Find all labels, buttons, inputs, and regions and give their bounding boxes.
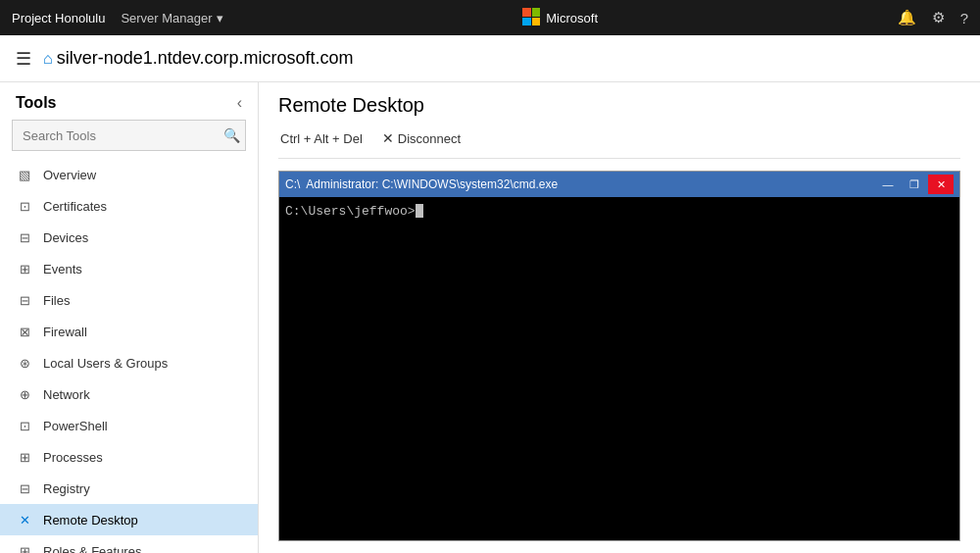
sidebar-item-registry[interactable]: ⊟Registry <box>0 473 258 504</box>
firewall-icon: ⊠ <box>16 323 33 340</box>
sidebar-item-powershell[interactable]: ⊡PowerShell <box>0 410 258 441</box>
sidebar-collapse-button[interactable]: ‹ <box>237 94 242 112</box>
microsoft-label: Microsoft <box>546 11 598 25</box>
sidebar-item-label-overview: Overview <box>43 168 96 182</box>
chevron-down-icon: ▾ <box>217 11 223 25</box>
topbar-right: 🔔 ⚙ ? <box>898 9 968 26</box>
sidebar: Tools ‹ 🔍 ▧Overview⊡Certificates⊟Devices… <box>0 82 259 553</box>
roles-features-icon: ⊞ <box>16 542 33 553</box>
sidebar-item-firewall[interactable]: ⊠Firewall <box>0 316 258 347</box>
sidebar-item-label-devices: Devices <box>43 230 88 245</box>
sidebar-list: ▧Overview⊡Certificates⊟Devices⊞Events⊟Fi… <box>0 159 258 553</box>
disconnect-label: Disconnect <box>398 131 461 146</box>
topbar: Project Honolulu Server Manager ▾ Micros… <box>0 0 980 35</box>
sidebar-item-events[interactable]: ⊞Events <box>0 253 258 284</box>
sidebar-item-roles-features[interactable]: ⊞Roles & Features <box>0 535 258 553</box>
rd-close-button[interactable]: ✕ <box>928 175 954 194</box>
sidebar-item-label-files: Files <box>43 293 70 308</box>
network-icon: ⊕ <box>16 385 33 403</box>
sidebar-item-label-network: Network <box>43 387 90 402</box>
devices-icon: ⊟ <box>16 228 33 246</box>
remote-desktop-area: C:\ Administrator: C:\WINDOWS\system32\c… <box>259 159 980 553</box>
local-users-icon: ⊛ <box>16 354 33 372</box>
content-title: Remote Desktop <box>278 94 960 117</box>
rd-terminal[interactable]: C:\Users\jeffwoo> <box>279 197 959 540</box>
sidebar-item-label-roles-features: Roles & Features <box>43 544 141 554</box>
overview-icon: ▧ <box>16 166 33 183</box>
processes-icon: ⊞ <box>16 448 33 466</box>
files-icon: ⊟ <box>16 291 33 309</box>
hamburger-menu-icon[interactable]: ☰ <box>16 48 31 70</box>
registry-icon: ⊟ <box>16 479 33 497</box>
home-icon[interactable]: ⌂ <box>43 50 53 68</box>
events-icon: ⊞ <box>16 260 33 277</box>
rd-titlebar-text: Administrator: C:\WINDOWS\system32\cmd.e… <box>306 177 558 191</box>
rd-restore-button[interactable]: ❐ <box>902 175 927 194</box>
ctrl-alt-del-button[interactable]: Ctrl + Alt + Del <box>278 127 365 150</box>
sidebar-item-devices[interactable]: ⊟Devices <box>0 222 258 253</box>
content-panel: Remote Desktop Ctrl + Alt + Del ✕ Discon… <box>259 82 980 553</box>
content-toolbar: Ctrl + Alt + Del ✕ Disconnect <box>278 126 960 159</box>
sidebar-item-label-events: Events <box>43 262 82 276</box>
disconnect-icon: ✕ <box>382 130 394 146</box>
terminal-prompt: C:\Users\jeffwoo> <box>285 204 416 219</box>
main-area: Tools ‹ 🔍 ▧Overview⊡Certificates⊟Devices… <box>0 82 980 553</box>
sidebar-item-network[interactable]: ⊕Network <box>0 378 258 410</box>
help-icon[interactable]: ? <box>960 10 968 26</box>
breadcrumb-bar: ☰ ⌂ silver-node1.ntdev.corp.microsoft.co… <box>0 35 980 82</box>
microsoft-logo <box>522 8 542 27</box>
search-input[interactable] <box>12 120 246 151</box>
powershell-icon: ⊡ <box>16 417 33 434</box>
sidebar-title: Tools <box>16 94 56 112</box>
sidebar-item-label-registry: Registry <box>43 481 90 496</box>
rd-minimize-button[interactable]: — <box>875 175 901 194</box>
rd-titlebar-controls: — ❐ ✕ <box>875 175 954 194</box>
sidebar-item-label-remote-desktop: Remote Desktop <box>43 513 138 528</box>
sidebar-item-files[interactable]: ⊟Files <box>0 284 258 316</box>
search-box: 🔍 <box>12 120 246 151</box>
sidebar-item-remote-desktop[interactable]: ✕Remote Desktop <box>0 504 258 535</box>
terminal-cursor <box>416 204 423 218</box>
rd-window[interactable]: C:\ Administrator: C:\WINDOWS\system32\c… <box>278 171 960 541</box>
project-honolulu-brand[interactable]: Project Honolulu <box>12 11 105 25</box>
server-title: silver-node1.ntdev.corp.microsoft.com <box>57 48 354 69</box>
sidebar-item-certificates[interactable]: ⊡Certificates <box>0 190 258 222</box>
sidebar-item-local-users[interactable]: ⊛Local Users & Groups <box>0 347 258 378</box>
topbar-center: Microsoft <box>522 8 598 27</box>
rd-titlebar-left: C:\ Administrator: C:\WINDOWS\system32\c… <box>285 177 558 191</box>
sidebar-item-label-local-users: Local Users & Groups <box>43 356 168 371</box>
sidebar-item-label-firewall: Firewall <box>43 325 87 339</box>
disconnect-button[interactable]: ✕ Disconnect <box>380 126 463 150</box>
sidebar-item-label-processes: Processes <box>43 450 103 465</box>
notifications-icon[interactable]: 🔔 <box>898 9 916 26</box>
sidebar-item-overview[interactable]: ▧Overview <box>0 159 258 190</box>
sidebar-item-label-certificates: Certificates <box>43 199 107 214</box>
content-header: Remote Desktop Ctrl + Alt + Del ✕ Discon… <box>259 82 980 159</box>
server-manager-nav[interactable]: Server Manager ▾ <box>121 11 222 25</box>
rd-titlebar: C:\ Administrator: C:\WINDOWS\system32\c… <box>279 172 959 197</box>
topbar-left: Project Honolulu Server Manager ▾ <box>12 11 223 25</box>
sidebar-item-label-powershell: PowerShell <box>43 419 108 433</box>
search-icon[interactable]: 🔍 <box>223 127 240 143</box>
remote-desktop-icon: ✕ <box>16 511 33 528</box>
sidebar-header: Tools ‹ <box>0 82 258 120</box>
ctrl-alt-del-label: Ctrl + Alt + Del <box>280 131 363 146</box>
settings-icon[interactable]: ⚙ <box>932 9 945 26</box>
cmd-icon: C:\ <box>285 177 300 191</box>
server-manager-label: Server Manager <box>121 11 212 25</box>
certificates-icon: ⊡ <box>16 197 33 215</box>
sidebar-item-processes[interactable]: ⊞Processes <box>0 441 258 473</box>
